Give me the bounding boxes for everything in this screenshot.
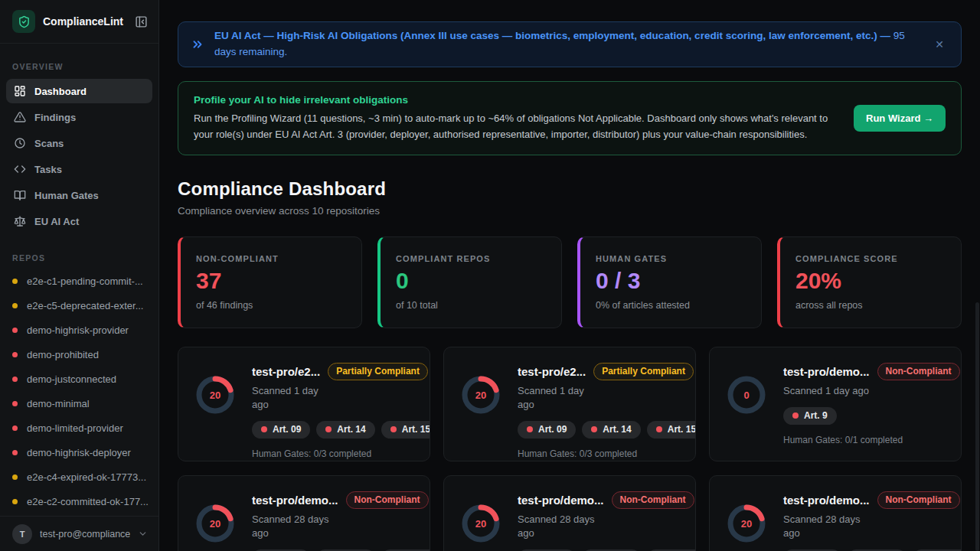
repo-name: demo-highrisk-provider bbox=[27, 324, 129, 336]
sidebar-repo-item[interactable]: e2e-c1-pending-commit-... bbox=[0, 269, 158, 293]
repo-card-body: test-pro/demo... Non-Compliant Scanned 2… bbox=[252, 491, 414, 551]
repo-card[interactable]: 20 test-pro/e2... Partially Compliant Sc… bbox=[443, 347, 696, 461]
stat-value: 37 bbox=[196, 269, 346, 292]
repo-name: e2e-c1-pending-commit-... bbox=[27, 276, 143, 287]
sidebar-repo-item[interactable]: demo-limited-provider bbox=[0, 416, 158, 440]
sidebar-repo-item[interactable]: demo-justconnected bbox=[0, 367, 158, 391]
repo-name: e2e-c4-expired-ok-17773... bbox=[27, 471, 146, 483]
stat-label: NON-COMPLIANT bbox=[196, 254, 346, 263]
repo-card[interactable]: 20 test-pro/demo... Non-Compliant Scanne… bbox=[709, 475, 962, 551]
sidebar-repo-item[interactable]: e2e-c4-expired-ok-17773... bbox=[0, 465, 158, 489]
finding-dot-icon bbox=[527, 426, 533, 432]
sidebar-repo-item[interactable]: demo-highrisk-deployer bbox=[0, 440, 158, 465]
nav-label: Scans bbox=[34, 138, 64, 149]
sidebar-item-tasks[interactable]: Tasks bbox=[6, 157, 152, 181]
profiling-wizard-callout: Profile your AI to hide irrelevant oblig… bbox=[178, 81, 962, 156]
sidebar-item-dashboard[interactable]: Dashboard bbox=[6, 79, 152, 103]
user-email: test-pro@complianceli... bbox=[40, 529, 130, 540]
donut-score: 20 bbox=[194, 373, 237, 416]
donut-score: 20 bbox=[459, 502, 502, 545]
repo-status-dot bbox=[12, 303, 18, 308]
stat-value: 0 bbox=[396, 269, 546, 292]
sidebar-item-human-gates[interactable]: Human Gates bbox=[6, 183, 152, 207]
stat-sub: across all repos bbox=[795, 300, 946, 311]
run-wizard-button[interactable]: Run Wizard → bbox=[854, 105, 946, 132]
scanned-timestamp: Scanned 1 day ago bbox=[252, 384, 414, 411]
donut-score: 20 bbox=[459, 373, 502, 416]
avatar: T bbox=[12, 524, 32, 544]
finding-dot-icon bbox=[261, 426, 267, 432]
status-badge: Non-Compliant bbox=[877, 363, 960, 380]
human-gates-status: Human Gates: 0/3 completed bbox=[518, 448, 680, 459]
repo-card[interactable]: 20 test-pro/demo... Non-Compliant Scanne… bbox=[443, 475, 696, 551]
user-menu[interactable]: T test-pro@complianceli... bbox=[0, 516, 158, 551]
shield-check-icon bbox=[18, 15, 31, 28]
nav-label: Dashboard bbox=[34, 86, 87, 97]
repo-card[interactable]: 20 test-pro/demo... Non-Compliant Scanne… bbox=[178, 475, 430, 551]
repo-card-title: test-pro/demo... bbox=[783, 494, 870, 507]
scale-icon bbox=[14, 215, 26, 227]
article-chips: Art. 09 Art. 14 Art. 15 bbox=[252, 421, 414, 439]
sidebar-collapse-button[interactable] bbox=[135, 15, 148, 28]
repo-name: demo-minimal bbox=[27, 398, 90, 409]
repo-status-dot bbox=[12, 352, 18, 357]
stat-card-non-compliant: NON-COMPLIANT 37 of 46 findings bbox=[178, 236, 362, 328]
scrollbar[interactable] bbox=[975, 302, 979, 551]
human-gates-status: Human Gates: 0/3 completed bbox=[252, 448, 414, 459]
repo-status-dot bbox=[12, 499, 18, 504]
repos-section-label: REPOS bbox=[0, 253, 158, 262]
banner-title: EU AI Act — High-Risk AI Obligations (An… bbox=[214, 30, 893, 41]
repo-name: e2e-c5-deprecated-exter... bbox=[27, 300, 143, 311]
sidebar-repo-item[interactable]: e2e-c2-committed-ok-177... bbox=[0, 489, 158, 514]
sidebar-repo-item[interactable]: e2e-c5-deprecated-exter... bbox=[0, 293, 158, 318]
dashboard-icon bbox=[14, 85, 26, 97]
repo-card[interactable]: 20 test-pro/e2... Partially Compliant Sc… bbox=[178, 347, 430, 461]
article-chip: Art. 15 bbox=[647, 421, 696, 439]
sidebar-item-scans[interactable]: Scans bbox=[6, 131, 152, 155]
primary-nav: Dashboard Findings Scans bbox=[0, 77, 158, 235]
chevron-down-icon bbox=[138, 529, 148, 539]
finding-dot-icon bbox=[325, 426, 332, 432]
scanned-timestamp: Scanned 1 day ago bbox=[783, 384, 946, 398]
repo-card-title: test-pro/demo... bbox=[783, 365, 870, 378]
sidebar-item-eu-ai-act[interactable]: EU AI Act bbox=[6, 209, 152, 233]
book-open-icon bbox=[14, 189, 26, 201]
compliance-donut: 20 bbox=[459, 373, 502, 416]
eu-ai-act-deadline-banner: EU AI Act — High-Risk AI Obligations (An… bbox=[178, 21, 962, 67]
compliance-donut: 20 bbox=[194, 502, 237, 545]
human-gates-status: Human Gates: 0/1 completed bbox=[783, 435, 946, 445]
compliance-donut: 20 bbox=[194, 373, 237, 416]
sidebar-repo-item[interactable]: demo-minimal bbox=[0, 391, 158, 416]
repo-status-dot bbox=[12, 450, 18, 455]
stat-value: 20% bbox=[795, 269, 946, 292]
compliance-donut: 0 bbox=[725, 373, 768, 416]
brand-logo bbox=[12, 10, 35, 33]
repo-name: demo-limited-provider bbox=[27, 422, 123, 434]
panel-left-close-icon bbox=[135, 15, 148, 28]
sidebar-repo-item[interactable]: demo-prohibited bbox=[0, 342, 158, 367]
code-icon bbox=[14, 163, 26, 175]
stat-sub: 0% of articles attested bbox=[596, 300, 746, 311]
repo-card[interactable]: 0 test-pro/demo... Non-Compliant Scanned… bbox=[709, 347, 962, 461]
sidebar-item-findings[interactable]: Findings bbox=[6, 105, 152, 129]
scanned-timestamp: Scanned 28 days ago bbox=[783, 513, 946, 540]
repo-card-body: test-pro/e2... Partially Compliant Scann… bbox=[252, 363, 414, 445]
repo-card-title: test-pro/e2... bbox=[252, 365, 320, 378]
nav-label: Human Gates bbox=[34, 190, 99, 201]
sidebar: ComplianceLint OVERVIEW Dashboard bbox=[0, 0, 159, 551]
status-badge: Non-Compliant bbox=[877, 491, 960, 509]
repo-status-dot bbox=[12, 279, 18, 284]
close-icon[interactable]: ✕ bbox=[930, 35, 949, 54]
scanned-timestamp: Scanned 1 day ago bbox=[518, 384, 680, 411]
chevrons-right-icon bbox=[191, 37, 204, 51]
callout-body: Run the Profiling Wizard (11 questions, … bbox=[194, 111, 835, 143]
stat-card-compliant-repos: COMPLIANT REPOS 0 of 10 total bbox=[377, 236, 562, 328]
overview-section-label: OVERVIEW bbox=[0, 62, 158, 71]
sidebar-repo-item[interactable]: demo-highrisk-provider bbox=[0, 318, 158, 342]
repo-status-dot bbox=[12, 474, 18, 480]
stat-sub: of 46 findings bbox=[196, 300, 346, 311]
repo-card-grid: 20 test-pro/e2... Partially Compliant Sc… bbox=[178, 347, 962, 551]
page-subtitle: Compliance overview across 10 repositori… bbox=[178, 205, 962, 217]
scanned-timestamp: Scanned 28 days ago bbox=[518, 513, 680, 540]
alert-triangle-icon bbox=[14, 111, 26, 123]
